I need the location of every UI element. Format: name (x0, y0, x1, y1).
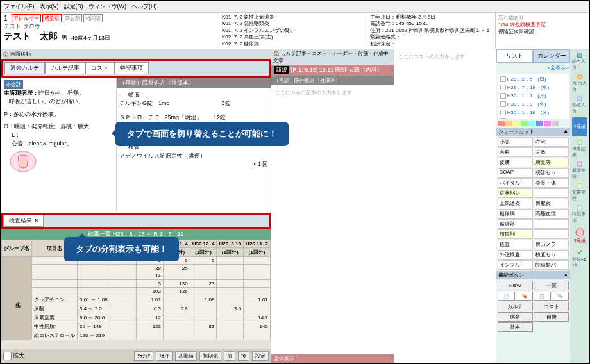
btn-classic[interactable]: ｸﾗｼｯｸ (134, 351, 153, 361)
sc-item[interactable]: 皮膚 (498, 158, 533, 167)
sc-item[interactable]: インフル (498, 260, 533, 270)
sc-item[interactable]: 院種類パ (534, 260, 569, 270)
tool-icon[interactable]: 特記事項 (572, 204, 587, 224)
alert-allergy[interactable]: アレルギー (12, 14, 41, 22)
karte-subjective: 未会計 主訴現病歴：昨日から、発熱。 呼吸が苦しい。のどが痛い。 P：多めの水分… (1, 78, 117, 211)
tab-lab-results[interactable]: 検査結果 × (3, 215, 44, 227)
sc-item[interactable]: 身長・体 (534, 178, 569, 188)
tab-karte-entry[interactable]: カルテ記事 (45, 62, 85, 74)
sc-item[interactable]: 症状別シ (498, 188, 533, 198)
shortcut-grid: 小児 在宅 内科 耳鼻 皮膚 所見等 SOAP 初診セッ バイタル 身長・体 症… (496, 136, 570, 271)
collapse-icon[interactable]: ▲ (563, 272, 568, 279)
sc-item[interactable] (534, 219, 569, 229)
tab-list[interactable]: リスト (496, 49, 534, 63)
patient-age: 49歳4ヶ月13日 (71, 34, 110, 42)
tool-icon[interactable]: 経カ入力 (572, 52, 587, 71)
btn-cost[interactable]: コスト (534, 302, 569, 311)
cost-input-area[interactable]: ここにコストの入力をします (394, 49, 496, 64)
list-item[interactable]: H30．1．9 (火) (499, 100, 568, 108)
sc-item[interactable]: 耳鼻 (534, 147, 569, 157)
tool-icon[interactable]: カ/コ入力 (572, 74, 587, 93)
sc-item[interactable]: 高脂血症 (534, 209, 569, 219)
func-title: 機能ボタン▲ (496, 271, 570, 279)
menu-help[interactable]: ヘルプ(H) (131, 3, 157, 11)
menu-file[interactable]: ファイル(F) (4, 3, 35, 11)
svg-rect-3 (577, 140, 581, 144)
tool-icon[interactable]: 服薬管理 (572, 161, 587, 180)
sc-item[interactable]: 胃カメラ (534, 240, 569, 249)
list-item[interactable]: H29．2．5 (日) (499, 75, 568, 83)
alert-infection[interactable]: 感染症 (42, 14, 62, 22)
collapse-icon[interactable]: ▲ (563, 128, 568, 135)
menu-window[interactable]: ウィンドウ(W) (88, 3, 127, 11)
view-mode-tab[interactable]: 全体表示 (271, 354, 394, 363)
svg-rect-4 (577, 162, 581, 166)
sc-item[interactable]: 外注検査 (498, 250, 533, 260)
tool-icon[interactable]: 3号紙 (572, 226, 587, 245)
sc-item[interactable]: バイタル (498, 178, 533, 188)
list-item[interactable]: H30．1．16 (火) (499, 108, 568, 117)
results-footer: 拡大 ｸﾗｼｯｸ ﾌｫﾝﾄ 基準値 初期化 前 後 設定 (1, 349, 271, 363)
mini-icon[interactable]: 📄 (498, 292, 515, 301)
karte-rx-title: （再診）院外処方〈社保本〉 (117, 78, 271, 88)
btn-self[interactable]: 自費 (534, 312, 569, 322)
sc-item[interactable]: 小児 (498, 137, 533, 147)
mini-icon[interactable]: 🔍 (552, 292, 569, 301)
mini-icon[interactable]: 📋 (534, 292, 551, 301)
tool-icon-active[interactable]: 2号紙 (572, 117, 587, 136)
patient-kana: テスト タロウ (4, 22, 216, 31)
svg-rect-1 (577, 53, 582, 58)
sc-item[interactable] (534, 188, 569, 198)
btn-reset[interactable]: 初期化 (199, 351, 221, 361)
btn-font[interactable]: ﾌｫﾝﾄ (156, 351, 173, 361)
tab-notes[interactable]: 特記事項 (114, 62, 149, 74)
sc-item[interactable]: 検査セッ (534, 250, 569, 260)
filter-dropdown[interactable]: <全表示> (496, 63, 570, 72)
list-item[interactable]: H30．1．1 (月) (499, 92, 568, 100)
btn-basic[interactable]: 基本 (498, 322, 533, 332)
sc-item[interactable]: 処置 (498, 240, 533, 249)
menu-settings[interactable]: 設定(S) (64, 3, 83, 11)
sc-item[interactable]: 循環器 (498, 219, 533, 229)
btn-new[interactable]: NEW (498, 281, 533, 290)
sc-item[interactable]: 上気道炎 (498, 199, 533, 208)
tool-icon[interactable]: 検査結果 (572, 139, 587, 158)
karte-input-area[interactable]: ここにカルテ記事の入力をします (271, 85, 394, 100)
sc-item[interactable]: 初診セッ (534, 168, 569, 178)
sc-item[interactable]: 内科 (498, 147, 533, 157)
btn-prev[interactable]: 前 (224, 351, 235, 361)
alert-interaction[interactable]: 相関薬 (83, 14, 103, 22)
btn-disease[interactable]: 病名 (498, 312, 533, 322)
btn-refval[interactable]: 基準値 (175, 351, 197, 361)
tab-past-karte[interactable]: 過去カルテ (4, 62, 45, 74)
sc-item[interactable]: 所見等 (534, 158, 569, 167)
alert-contraindication[interactable]: 禁忌薬 (63, 14, 82, 22)
sc-item[interactable]: 糖尿病 (498, 209, 533, 219)
sc-item[interactable]: 胃腸炎 (534, 199, 569, 208)
tool-icon[interactable]: 登録ﾁｪｯｸ (572, 248, 587, 267)
sc-item[interactable]: 在宅 (534, 137, 569, 147)
tool-icon[interactable]: 文書管理 (572, 183, 587, 202)
tool-icon[interactable]: 病名入力 (572, 95, 587, 115)
mini-icon[interactable]: 💊 (516, 292, 533, 301)
close-icon[interactable]: × (35, 217, 38, 224)
btn-karte[interactable]: カルテ (498, 302, 533, 311)
right-sidebar: リスト カレンダー <全表示> H29．2．5 (日) H29．7．19 (水)… (496, 49, 570, 363)
svg-rect-5 (577, 184, 581, 188)
sc-item[interactable]: SOAP (498, 168, 533, 178)
tab-cost[interactable]: コスト (85, 62, 114, 74)
btn-settings[interactable]: 設定 (252, 351, 269, 361)
tab-calendar[interactable]: カレンダー (533, 49, 570, 63)
menubar: ファイル(F) 表示(V) 設定(S) ウィンドウ(W) ヘルプ(H) (1, 1, 589, 13)
menu-view[interactable]: 表示(V) (40, 3, 59, 11)
list-item[interactable]: H29．7．19 (水) (499, 83, 568, 92)
sc-item[interactable]: 項目別 (498, 229, 533, 239)
callout-tab-split: タブの分割表示も可能！ (64, 237, 179, 261)
expand-toggle[interactable]: 拡大 (3, 351, 24, 361)
list-item[interactable]: H30．1．18 (木) (499, 117, 568, 119)
btn-list[interactable]: 一覧 (534, 281, 569, 290)
btn-next[interactable]: 後 (238, 351, 249, 361)
patient-memo: 忘れ物あり 1/14 内視鏡検査予定 保険証次回確認 (496, 13, 589, 49)
svg-point-2 (577, 74, 582, 79)
sc-item[interactable] (534, 229, 569, 239)
